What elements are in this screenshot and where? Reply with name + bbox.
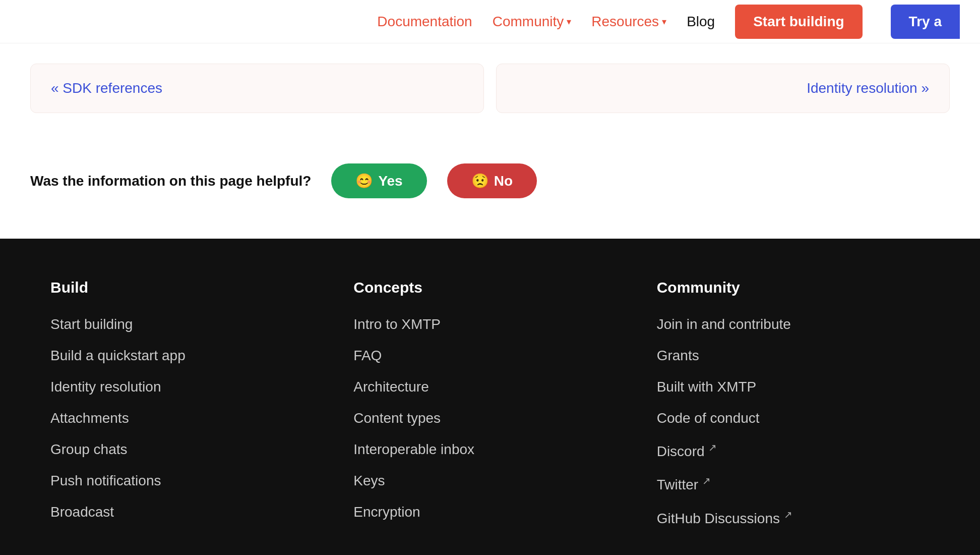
footer-link-encryption[interactable]: Encryption	[353, 504, 626, 520]
footer-link-start-building[interactable]: Start building	[50, 316, 323, 332]
footer-link-interoperable-inbox[interactable]: Interoperable inbox	[353, 441, 626, 458]
footer-link-push-notifications[interactable]: Push notifications	[50, 473, 323, 489]
prev-nav-link[interactable]: « SDK references	[51, 80, 162, 96]
footer-concepts-column: Concepts Intro to XMTP FAQ Architecture …	[353, 279, 626, 542]
footer-link-twitter[interactable]: Twitter ↗	[657, 475, 930, 493]
footer-link-broadcast[interactable]: Broadcast	[50, 504, 323, 520]
no-button[interactable]: 😟 No	[447, 163, 537, 198]
footer-link-group-chats[interactable]: Group chats	[50, 441, 323, 458]
nav-cards: « SDK references Identity resolution »	[30, 64, 950, 113]
footer-link-quickstart[interactable]: Build a quickstart app	[50, 348, 323, 364]
footer-build-column: Build Start building Build a quickstart …	[50, 279, 323, 542]
footer-grid: Build Start building Build a quickstart …	[50, 279, 930, 542]
footer-community-column: Community Join in and contribute Grants …	[657, 279, 930, 542]
footer-community-title: Community	[657, 279, 930, 296]
footer-link-grants[interactable]: Grants	[657, 348, 930, 364]
nav-blog[interactable]: Blog	[687, 14, 715, 30]
footer-link-github-discussions[interactable]: GitHub Discussions ↗	[657, 509, 930, 527]
footer-link-discord[interactable]: Discord ↗	[657, 441, 930, 460]
footer-link-intro-xmtp[interactable]: Intro to XMTP	[353, 316, 626, 332]
try-button[interactable]: Try a	[891, 5, 960, 39]
github-external-icon: ↗	[784, 509, 792, 520]
footer-link-faq[interactable]: FAQ	[353, 348, 626, 364]
feedback-question: Was the information on this page helpful…	[30, 173, 311, 189]
footer-link-built-with-xmtp[interactable]: Built with XMTP	[657, 379, 930, 395]
footer-link-join-contribute[interactable]: Join in and contribute	[657, 316, 930, 332]
yes-button[interactable]: 😊 Yes	[331, 163, 426, 198]
next-nav-link[interactable]: Identity resolution »	[807, 80, 929, 96]
footer-build-title: Build	[50, 279, 323, 296]
footer-link-code-of-conduct[interactable]: Code of conduct	[657, 410, 930, 426]
main-content: « SDK references Identity resolution » W…	[0, 43, 980, 239]
footer-link-keys[interactable]: Keys	[353, 473, 626, 489]
yes-emoji-icon: 😊	[355, 173, 373, 189]
nav-documentation[interactable]: Documentation	[377, 14, 472, 30]
footer: Build Start building Build a quickstart …	[0, 239, 980, 555]
prev-nav-card: « SDK references	[30, 64, 484, 113]
community-chevron-icon: ▾	[567, 16, 571, 27]
footer-link-attachments[interactable]: Attachments	[50, 410, 323, 426]
twitter-external-icon: ↗	[702, 475, 711, 486]
nav-resources[interactable]: Resources ▾	[591, 14, 666, 30]
yes-label: Yes	[378, 173, 402, 189]
footer-concepts-title: Concepts	[353, 279, 626, 296]
navbar: Documentation Community ▾ Resources ▾ Bl…	[0, 0, 980, 43]
footer-link-content-types[interactable]: Content types	[353, 410, 626, 426]
discord-external-icon: ↗	[708, 442, 717, 453]
footer-link-architecture[interactable]: Architecture	[353, 379, 626, 395]
start-building-button[interactable]: Start building	[735, 5, 862, 39]
next-nav-card: Identity resolution »	[496, 64, 950, 113]
nav-community[interactable]: Community ▾	[493, 14, 572, 30]
navbar-links: Documentation Community ▾ Resources ▾ Bl…	[377, 5, 960, 39]
resources-chevron-icon: ▾	[662, 16, 666, 27]
no-label: No	[494, 173, 513, 189]
footer-link-identity-resolution[interactable]: Identity resolution	[50, 379, 323, 395]
no-emoji-icon: 😟	[471, 173, 489, 189]
feedback-section: Was the information on this page helpful…	[30, 143, 950, 239]
